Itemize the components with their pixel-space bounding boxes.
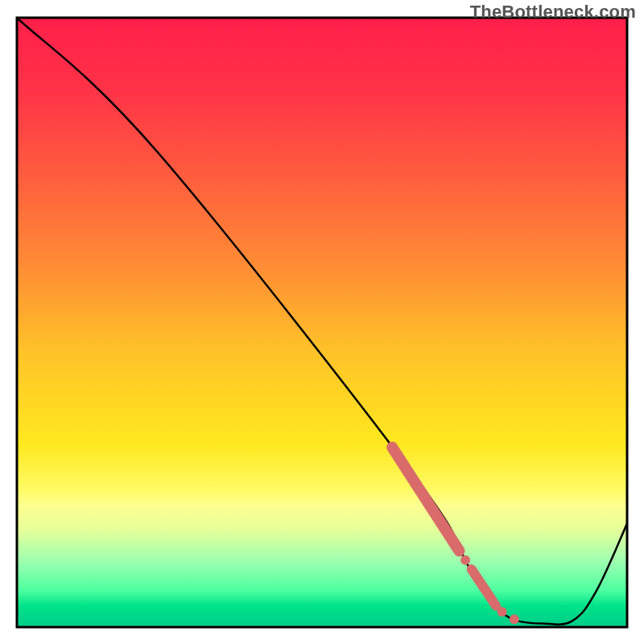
chart-stage: TheBottleneck.com (0, 0, 644, 644)
highlight-point (497, 607, 507, 617)
bottleneck-chart-svg (0, 0, 644, 644)
highlight-point (510, 614, 519, 624)
highlight-point (460, 555, 470, 565)
heat-background (17, 18, 627, 627)
